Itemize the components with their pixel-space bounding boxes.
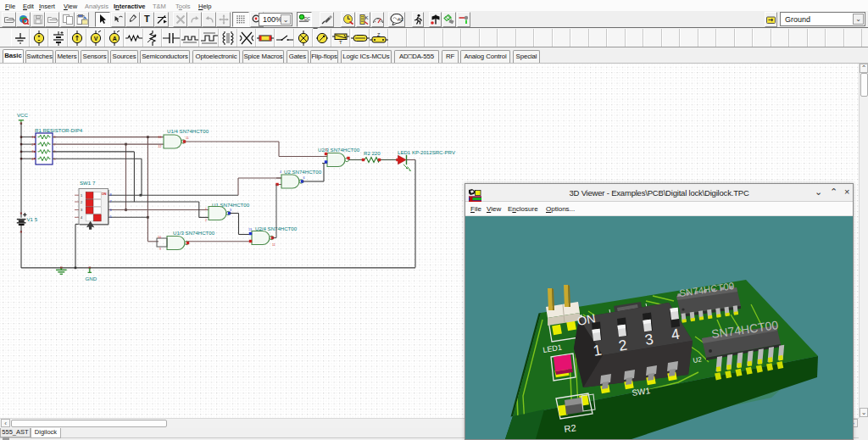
svg-text:11: 11 (272, 243, 275, 247)
svg-text:1: 1 (205, 208, 207, 211)
svg-text:3: 3 (230, 209, 231, 212)
svg-text:A: A (113, 35, 117, 41)
svg-text:V: V (94, 35, 98, 41)
svg-text:5: 5 (110, 215, 112, 219)
svg-text:8: 8 (110, 193, 112, 197)
svg-text:4: 4 (280, 170, 281, 174)
svg-text:SW1 7: SW1 7 (80, 180, 96, 186)
svg-text:10: 10 (158, 236, 161, 239)
svg-text:U2 SN74HCT00: U2 SN74HCT00 (284, 169, 322, 175)
svg-text:1: 1 (32, 136, 34, 139)
svg-text:6: 6 (303, 176, 305, 180)
svg-text:13: 13 (159, 136, 162, 139)
svg-text:K: K (364, 15, 368, 20)
svg-text:ON: ON (102, 192, 107, 196)
svg-text:12: 12 (159, 145, 162, 148)
svg-text:11: 11 (186, 136, 189, 140)
svg-text:2: 2 (205, 219, 207, 222)
svg-text:GND: GND (86, 276, 97, 281)
svg-text:U1/4 SN74HCT00: U1/4 SN74HCT00 (167, 128, 209, 134)
svg-text:T: T (339, 40, 342, 44)
svg-text:R2 220: R2 220 (364, 150, 381, 156)
svg-text:3: 3 (32, 150, 34, 153)
svg-text:AC: AC (398, 17, 403, 22)
svg-text:R2: R2 (564, 422, 576, 434)
svg-text:R1 RESISTOR-DIP4: R1 RESISTOR-DIP4 (35, 127, 83, 133)
svg-text:6: 6 (110, 209, 112, 212)
svg-text:7: 7 (110, 200, 112, 203)
svg-text:U2: U2 (693, 355, 703, 365)
svg-text:VCC: VCC (17, 112, 28, 118)
svg-text:U1/3 SN74HCT00: U1/3 SN74HCT00 (173, 230, 215, 236)
svg-text:5: 5 (326, 148, 327, 152)
svg-text:9: 9 (159, 248, 161, 251)
svg-text:U2/3 SN74HCT00: U2/3 SN74HCT00 (318, 147, 360, 153)
svg-text:LED1 KP-2012SRC-PRV: LED1 KP-2012SRC-PRV (398, 149, 456, 155)
svg-text:13: 13 (248, 228, 252, 231)
svg-text:V1 5: V1 5 (27, 216, 38, 222)
svg-text:DC: DC (304, 16, 310, 21)
svg-text:2: 2 (32, 143, 34, 147)
svg-text:4: 4 (32, 158, 34, 161)
